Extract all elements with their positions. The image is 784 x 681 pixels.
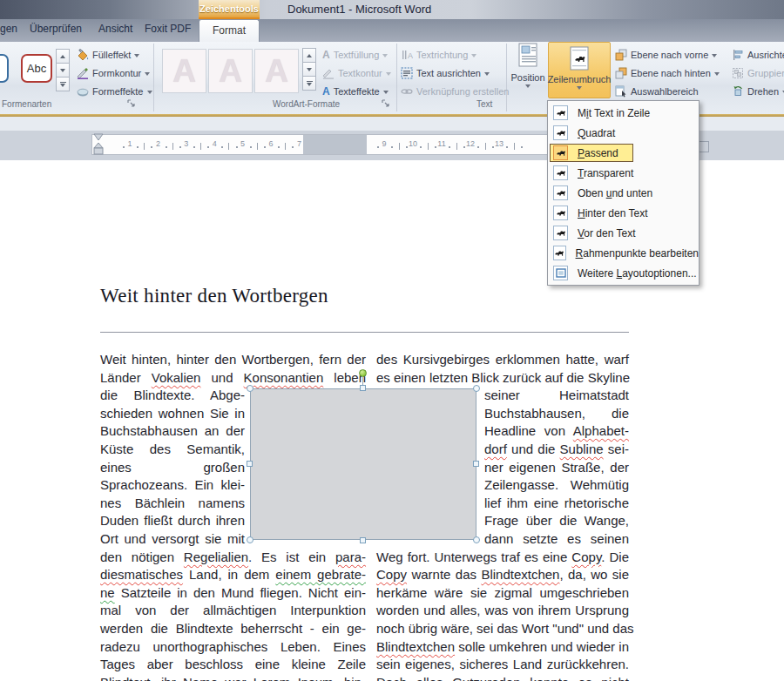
text-line: Weit hinten, hinter den Wortbergen, fern…: [100, 351, 366, 369]
ruler-tick-dot: [151, 146, 152, 148]
text-line: diesmatisches Land, in dem einem gebrate…: [100, 566, 366, 584]
tab-foxit-pdf[interactable]: Foxit PDF: [145, 23, 191, 35]
rotate-objects-button[interactable]: Drehen: [732, 83, 784, 99]
down-arrow-icon: [307, 68, 312, 71]
text-line: Buchstabhausen an der: [100, 422, 245, 441]
text-line: Doch alles Gutzureden konnte es nicht: [376, 674, 629, 681]
position-icon: [517, 43, 539, 71]
menu-item-quadrat[interactable]: Quadrat: [548, 123, 699, 143]
gallery-down-button[interactable]: [302, 62, 316, 77]
selection-pane-button[interactable]: Auswahlbereich: [615, 83, 699, 99]
group-objects-button[interactable]: Gruppieren: [732, 64, 784, 81]
ruler-number: 7: [297, 139, 301, 148]
text-outline-button[interactable]: Textkontur: [322, 64, 391, 81]
ruler-tick-dot: [137, 146, 139, 148]
rotation-handle[interactable]: [359, 369, 367, 377]
dropdown-arrow-icon: [525, 84, 531, 88]
wordart-style-tile[interactable]: A: [208, 49, 253, 93]
dropdown-arrow-icon: [134, 54, 139, 57]
text-line: sein eigenes, sicheres Land zurückkehren…: [376, 656, 629, 674]
tab-partial[interactable]: gen: [0, 23, 17, 35]
ruler-tick-dot: [250, 146, 252, 148]
text-line: Headline von Alphabet-: [484, 422, 629, 441]
resize-handle-n[interactable]: [360, 385, 366, 391]
shape-outline-button[interactable]: Formkontur: [77, 64, 150, 81]
ruler-tick-dot: [264, 146, 266, 148]
menu-item-hinter-den-text[interactable]: Hinter den Text: [548, 203, 699, 223]
menu-item-mit-text-in-zeile[interactable]: Mit Text in Zeile: [548, 103, 699, 123]
text-line: seiner Heimatstadt: [484, 387, 629, 405]
text-fill-button[interactable]: A Textfüllung: [322, 46, 388, 63]
wrap-style-icon: [553, 105, 568, 120]
dropdown-arrow-icon: [471, 54, 476, 57]
wrap-style-icon: [553, 125, 568, 140]
group-label-text: Text: [476, 99, 492, 109]
shape-style-tile-partial[interactable]: [0, 54, 9, 83]
gallery-up-button[interactable]: [56, 49, 70, 64]
ruler-tick-bar: [485, 143, 486, 150]
dialog-launcher-icon[interactable]: [127, 99, 136, 108]
ruler-tick-dot: [179, 146, 181, 148]
menu-item-passend[interactable]: Passend: [548, 143, 699, 163]
resize-handle-ne[interactable]: [473, 385, 480, 392]
shape-styles-spinner: [56, 50, 70, 91]
more-arrow-icon: [60, 82, 66, 87]
align-objects-button[interactable]: Ausrichten: [732, 46, 784, 63]
menu-item-vor-den-text[interactable]: Vor den Text: [548, 223, 699, 243]
menu-item-rahmenpunkte-bearbeiten[interactable]: Rahmenpunkte bearbeiten: [548, 243, 699, 263]
word-window: Dokument1 - Microsoft Word Zeichentools …: [0, 0, 784, 681]
menu-item-oben-und-unten[interactable]: Oben und unten: [548, 183, 699, 203]
outline-pen-icon: [77, 67, 89, 79]
ruler-tick-dot: [391, 146, 393, 148]
position-button[interactable]: Position: [509, 43, 547, 98]
menu-item-transparent[interactable]: Transparent: [548, 163, 699, 183]
text-line: des Kursivgebirges erklommen hatte, warf: [376, 351, 629, 369]
indent-markers[interactable]: [93, 133, 104, 156]
ruler-tick-dot: [292, 146, 294, 148]
dropdown-arrow-icon: [145, 72, 150, 76]
tab-format-active[interactable]: Format: [199, 19, 260, 42]
shape-style-tile[interactable]: Abc: [21, 54, 52, 83]
align-text-button[interactable]: Text ausrichten: [401, 64, 490, 81]
bring-forward-button[interactable]: Ebene nach vorne: [615, 46, 717, 63]
ruler-number: 11: [437, 139, 445, 148]
ruler-tick-dot: [207, 146, 209, 148]
resize-handle-nw[interactable]: [247, 385, 253, 392]
ruler-tick-dot: [221, 146, 223, 148]
menu-item-weitere-layoutoptionen[interactable]: Weitere Layoutoptionen...: [548, 263, 699, 283]
resize-handle-w[interactable]: [247, 461, 253, 467]
shape-effects-button[interactable]: Formeffekte: [77, 83, 152, 99]
align-objects-icon: [732, 49, 744, 61]
ruler-tick-dot: [492, 146, 494, 148]
wrap-text-button[interactable]: Zeilenumbruch: [548, 42, 611, 98]
resize-handle-s[interactable]: [360, 537, 366, 543]
gallery-up-button[interactable]: [302, 48, 316, 63]
down-arrow-icon: [60, 69, 65, 72]
text-effects-button[interactable]: A Texteffekte: [322, 83, 389, 99]
group-separator: [153, 44, 154, 111]
fill-effect-button[interactable]: Fülleffekt: [77, 46, 139, 63]
tab-ueberpruefen[interactable]: Überprüfen: [30, 23, 82, 35]
dialog-launcher-icon[interactable]: [382, 99, 390, 108]
wrap-style-icon: [553, 145, 568, 160]
create-link-button[interactable]: Verknüpfung erstellen: [401, 83, 509, 99]
svg-text:A: A: [408, 51, 413, 60]
gallery-more-button[interactable]: [302, 76, 316, 91]
send-backward-button[interactable]: Ebene nach hinten: [615, 64, 720, 81]
resize-handle-e[interactable]: [473, 461, 479, 467]
wordart-style-tile[interactable]: A: [162, 49, 206, 93]
gallery-more-button[interactable]: [56, 77, 70, 91]
selected-shape[interactable]: [250, 388, 476, 540]
tab-ansicht[interactable]: Ansicht: [98, 23, 132, 35]
gallery-down-button[interactable]: [56, 63, 70, 78]
shape-effects-icon: [77, 85, 89, 98]
text-direction-button[interactable]: A Textrichtung: [401, 46, 476, 63]
dropdown-arrow-icon: [484, 72, 490, 76]
text-line: eines großen: [100, 459, 245, 477]
text-line: dann setzte es seinen: [484, 530, 629, 549]
resize-handle-sw[interactable]: [247, 536, 253, 543]
dropdown-arrow-icon: [383, 91, 389, 94]
dropdown-arrow-icon: [147, 91, 152, 94]
wordart-style-tile[interactable]: A: [254, 49, 299, 93]
resize-handle-se[interactable]: [473, 536, 480, 543]
